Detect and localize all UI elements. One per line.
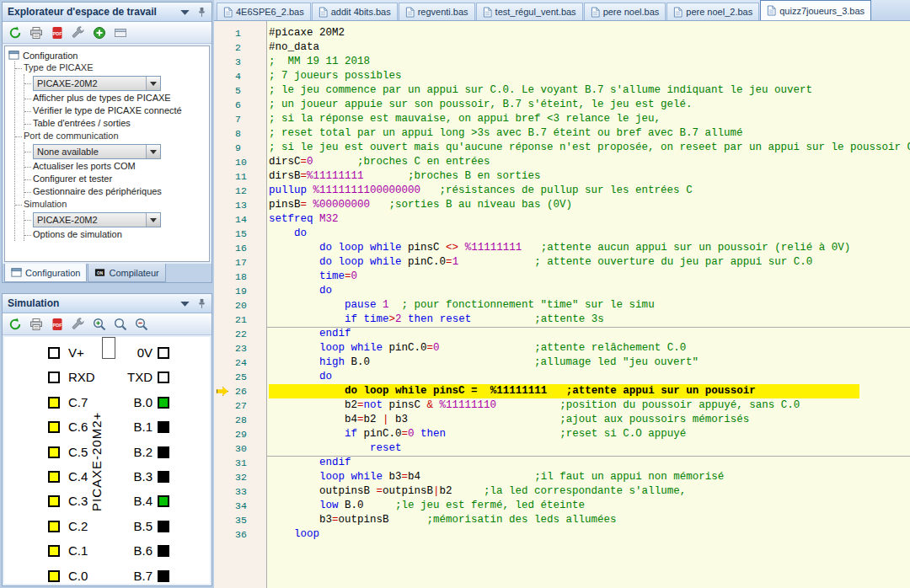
type-de-picaxe-dropdown[interactable]: PICAXE-20M2 — [33, 76, 161, 91]
editor-tab-regventi-bas[interactable]: regventi.bas — [399, 3, 475, 20]
code-text: low B.0 ;le jeu est fermé, led éteinte — [269, 499, 585, 513]
editor-tab-quizz7joueurs-3-bas[interactable]: quizz7joueurs_3.bas — [760, 0, 871, 20]
window-icon — [8, 50, 19, 61]
code-lines: 1#picaxe 20M22#no_data3; MM 19 11 20184;… — [214, 26, 910, 542]
code-text: do loop while pinC.0=1 ; attente ouvertu… — [269, 255, 812, 270]
line-number: 25 — [214, 370, 267, 384]
pin-b-0-indicator[interactable] — [158, 397, 169, 409]
port-de-communication-dropdown[interactable]: None available — [33, 144, 161, 159]
panel-menu-button[interactable] — [178, 5, 191, 19]
code-editor[interactable]: 1#picaxe 20M22#no_data3; MM 19 11 20184;… — [214, 21, 910, 588]
pin-label: B.5 — [119, 519, 153, 533]
code-text: loop while b3=b4 ;il faut un appui non m… — [269, 470, 724, 484]
code-text: high B.0 ;allumage led "jeu ouvert" — [269, 355, 699, 370]
tree-item-actualiser-les-ports-com[interactable]: Actualiser les ports COM — [24, 160, 207, 173]
add-button[interactable] — [90, 24, 109, 41]
pin-panel-button[interactable] — [195, 297, 208, 310]
zoom-in-button[interactable] — [90, 315, 109, 333]
chevron-down-icon — [179, 298, 190, 309]
workspace-tabs: ConfigurationONCompilateur — [3, 264, 211, 282]
panel-menu-button[interactable] — [178, 297, 191, 310]
pin-c-5-indicator[interactable] — [48, 446, 60, 458]
document-icon — [318, 7, 328, 18]
dropdown-arrow-icon[interactable] — [146, 77, 160, 90]
editor-tab-test-r-gul-vent-bas[interactable]: test_régul_vent.bas — [476, 3, 583, 20]
code-text: pullup %1111111100000000 ;résistances de… — [269, 184, 693, 198]
pin-c-7-indicator[interactable] — [48, 397, 60, 409]
simulation-panel-header: Simulation — [3, 294, 211, 313]
code-text: b4=b2 | b3 ;ajout aux poussoirs mémorisé… — [269, 413, 749, 427]
line-number: 17 — [214, 255, 267, 270]
tree-item-configurer-et-tester[interactable]: Configurer et tester — [24, 173, 207, 185]
pin-b-4-indicator[interactable] — [158, 495, 169, 507]
pin-b-2-indicator[interactable] — [158, 446, 169, 458]
simulation-dropdown[interactable]: PICAXE-20M2 — [33, 212, 161, 227]
print-icon — [29, 26, 43, 40]
pin-c-4-indicator[interactable] — [48, 471, 60, 483]
editor-tab-4e6spe6-2-bas[interactable]: 4E6SPE6_2.bas — [217, 3, 311, 20]
tab-compilateur[interactable]: ONCompilateur — [88, 264, 165, 282]
pin-c-2-indicator[interactable] — [48, 521, 60, 532]
code-line: 25 do — [214, 370, 910, 384]
pin-c-6-indicator[interactable] — [48, 421, 60, 433]
editor-tab-addit-4bits-bas[interactable]: addit 4bits.bas — [312, 3, 398, 20]
pin-label: V+ — [68, 345, 84, 360]
pin-b-1-indicator[interactable] — [158, 421, 169, 433]
print-button[interactable] — [27, 24, 46, 41]
pin-0v-indicator[interactable] — [158, 347, 169, 359]
editor-tab-pere-noel-bas[interactable]: pere noel.bas — [584, 3, 666, 20]
pin-b-6-indicator[interactable] — [158, 545, 169, 557]
tree-group-label: Port de communication — [15, 130, 207, 142]
line-number: 1 — [214, 26, 267, 40]
pdf-export-button[interactable]: PDF — [48, 24, 67, 41]
refresh-button[interactable] — [6, 24, 24, 41]
tree-item-v-rifier-le-type-de-picaxe-connect[interactable]: Vérifier le type de PICAXE connecté — [24, 104, 207, 117]
pin-b-7-indicator[interactable] — [158, 570, 169, 582]
tree-item-options-de-simulation[interactable]: Options de simulation — [24, 228, 207, 241]
code-text: time=0 — [269, 270, 357, 284]
tree-item-table-d-entr-es-sorties[interactable]: Table d'entrées / sorties — [24, 117, 207, 130]
line-number: 22 — [214, 327, 267, 341]
pin-label: B.7 — [119, 569, 153, 583]
pin-label: C.0 — [68, 569, 88, 583]
pin-c-1-indicator[interactable] — [48, 545, 60, 557]
code-text: outpinsB =outpinsB|b2 ;la led correspond… — [269, 484, 686, 499]
pdf-export-button[interactable]: PDF — [48, 315, 67, 333]
refresh-button[interactable] — [6, 315, 24, 333]
tree-root-configuration[interactable]: Configuration — [7, 49, 207, 61]
tree-group-label: Simulation — [15, 198, 207, 211]
print-button[interactable] — [27, 315, 46, 333]
zoom-actual-button[interactable] — [111, 315, 130, 333]
tab-label: Compilateur — [109, 268, 158, 278]
line-number: 29 — [214, 427, 267, 441]
pin-c-0-indicator[interactable] — [48, 570, 60, 582]
code-line: 8; reset total par un appui long >3s ave… — [214, 126, 910, 141]
panel-button[interactable] — [111, 24, 130, 41]
tree-item-gestionnaire-des-p-riph-riques[interactable]: Gestionnaire des périphériques — [24, 185, 207, 198]
editor-tab-label: addit 4bits.bas — [331, 7, 391, 17]
pin-b-5-indicator[interactable] — [158, 521, 169, 532]
pin-b-3-indicator[interactable] — [158, 471, 169, 483]
pin-row: RXDTXD — [4, 372, 210, 393]
pin-v-indicator[interactable] — [48, 347, 60, 359]
dropdown-arrow-icon[interactable] — [146, 145, 160, 158]
document-icon — [483, 7, 492, 18]
tab-configuration[interactable]: Configuration — [4, 264, 87, 282]
dropdown-arrow-icon[interactable] — [146, 213, 160, 227]
tree-group-type-de-picaxe: Type de PICAXEPICAXE-20M2Afficher plus d… — [15, 61, 207, 130]
pin-txd-indicator[interactable] — [158, 372, 169, 383]
code-line: 7; si la réponse est mauvaise, on appui … — [214, 112, 910, 126]
code-line: 16 do loop while pinsC <> %11111111 ;att… — [214, 241, 910, 255]
simulation-panel-title: Simulation — [8, 297, 59, 309]
tree-item-afficher-plus-de-types-de-picaxe[interactable]: Afficher plus de types de PICAXE — [24, 92, 207, 104]
line-number: 20 — [214, 298, 267, 313]
zoom-out-button[interactable] — [132, 315, 151, 333]
panel-icon — [114, 26, 127, 40]
pin-c-3-indicator[interactable] — [48, 495, 60, 507]
pin-rxd-indicator[interactable] — [48, 372, 60, 383]
pin-row: V+0V — [4, 347, 210, 369]
tools-button[interactable] — [69, 24, 88, 41]
tools-button[interactable] — [69, 315, 88, 333]
editor-tab-pere-noel-2-bas[interactable]: pere noel_2.bas — [666, 3, 759, 20]
pin-panel-button[interactable] — [195, 5, 208, 19]
